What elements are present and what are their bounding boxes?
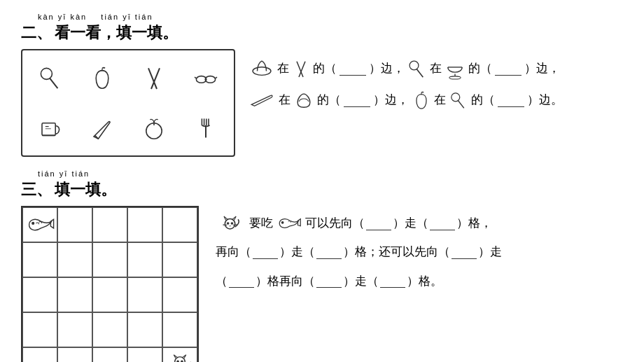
grid-cell-knife	[77, 104, 127, 153]
cell-0-0	[22, 207, 57, 242]
cell-4-3	[127, 347, 162, 362]
s1-text5: 的（	[468, 58, 492, 80]
cell-4-4	[162, 347, 197, 362]
svg-line-9	[216, 77, 217, 78]
svg-point-15	[146, 123, 162, 139]
s3-text8: ）走	[478, 239, 502, 265]
svg-line-32	[458, 101, 463, 109]
svg-point-42	[225, 218, 234, 228]
cell-0-3	[127, 207, 162, 242]
svg-point-33	[32, 223, 34, 225]
section3: tián yī tián 三、 填一填。	[21, 169, 623, 362]
section2: kàn yī kàn tián yī tián 二、 看一看，填一填。	[21, 13, 623, 157]
s2-text6: ）边。	[527, 90, 563, 111]
s2-text3: ）边，	[373, 90, 409, 111]
cell-1-4	[162, 242, 197, 277]
blank-3-8[interactable]	[380, 274, 405, 288]
s1-text4: 在	[430, 58, 442, 80]
icon-fish-grid	[25, 211, 55, 238]
section2-header: kàn yī kàn tián yī tián 二、 看一看，填一填。	[21, 13, 623, 43]
grid-cell-ladle	[25, 53, 76, 102]
s1-text3: ）边，	[369, 58, 405, 80]
section2-number: 二、	[21, 22, 52, 43]
s1-text2: 的（	[313, 58, 337, 80]
s3-text1: 要吃	[249, 210, 273, 236]
svg-point-28	[449, 76, 461, 79]
icon-spoon2-inline	[447, 90, 470, 111]
svg-point-25	[410, 61, 419, 70]
blank-2-2[interactable]	[498, 93, 524, 107]
cell-0-4	[162, 207, 197, 242]
sentence-2: 在 的（ ）边， 在	[249, 88, 623, 112]
cell-3-3	[127, 312, 162, 347]
svg-line-1	[50, 78, 57, 88]
blank-3-6[interactable]	[229, 274, 254, 288]
svg-point-35	[175, 357, 186, 362]
blank-2-1[interactable]	[344, 93, 370, 107]
section3-content: 要吃 可以先向（ ）走（ ）格， 再向（	[21, 206, 623, 362]
section2-pinyin: kàn yī kàn tián yī tián	[38, 13, 178, 21]
grid-cell-tomato	[129, 104, 179, 153]
cell-1-3	[127, 242, 162, 277]
blank-3-1[interactable]	[366, 216, 391, 230]
blank-3-7[interactable]	[316, 274, 342, 288]
s3-text3: ）走（	[393, 210, 428, 236]
svg-line-26	[416, 69, 423, 78]
grid-cell-chopsticks	[129, 53, 179, 102]
svg-line-8	[195, 77, 196, 78]
blank-1-2[interactable]	[495, 62, 522, 76]
icon-bowl-inline	[443, 57, 467, 81]
s3-text9: （	[216, 268, 227, 294]
cell-0-2	[92, 207, 127, 242]
svg-point-43	[227, 223, 229, 224]
s3-text4: ）格，	[456, 210, 492, 236]
s2-text5: 的（	[471, 90, 495, 111]
grid-cell-fork	[181, 104, 231, 153]
grid-cell-glasses	[181, 53, 231, 102]
svg-line-47	[233, 224, 237, 225]
blank-3-5[interactable]	[451, 245, 477, 259]
blank-3-3[interactable]	[253, 245, 278, 259]
grid-5x5	[21, 206, 199, 362]
svg-point-22	[253, 67, 271, 76]
image-grid	[21, 49, 235, 157]
svg-point-31	[451, 93, 460, 102]
s3-text12: ）格。	[407, 268, 442, 294]
icon-chopsticks-inline	[290, 58, 312, 79]
section3-pinyin: tián yī tián	[38, 169, 116, 178]
icon-pepper-inline	[410, 88, 433, 112]
cell-2-0	[22, 277, 57, 312]
s2-text1: 在	[279, 90, 290, 111]
blank-3-4[interactable]	[316, 245, 342, 259]
svg-line-45	[223, 224, 227, 225]
s3-text7: ）格；还可以先向（	[343, 239, 450, 265]
section3-title: 填一填。	[55, 179, 116, 200]
svg-point-0	[41, 68, 52, 79]
icon-bread-inline	[292, 88, 316, 112]
cell-3-0	[22, 312, 57, 347]
icon-fish-text	[276, 213, 302, 234]
blank-3-2[interactable]	[430, 216, 455, 230]
cell-4-2	[92, 347, 127, 362]
s2-text4: 在	[434, 90, 446, 111]
icon-spoon-inline	[406, 57, 428, 80]
s1-text1: 在	[277, 58, 289, 80]
cell-1-0	[22, 242, 57, 277]
s1-text6: ）边，	[524, 58, 560, 80]
cell-0-1	[57, 207, 92, 242]
section3-text-area: 要吃 可以先向（ ）走（ ）格， 再向（	[216, 206, 623, 294]
cell-3-4	[162, 312, 197, 347]
s3-text2: 可以先向（	[305, 210, 365, 236]
icon-knife-inline	[249, 90, 276, 110]
cell-3-2	[92, 312, 127, 347]
blank-1-1[interactable]	[340, 62, 366, 76]
s3-text6: ）走（	[279, 239, 315, 265]
grid-cell-cup	[25, 104, 76, 153]
svg-rect-10	[42, 123, 55, 136]
section3-number: 三、	[21, 179, 52, 200]
cell-4-0	[22, 347, 57, 362]
section2-title: 看一看，填一填。	[55, 22, 178, 43]
cell-2-3	[127, 277, 162, 312]
s2-text2: 的（	[317, 90, 341, 111]
icon-cat-text	[216, 211, 246, 236]
